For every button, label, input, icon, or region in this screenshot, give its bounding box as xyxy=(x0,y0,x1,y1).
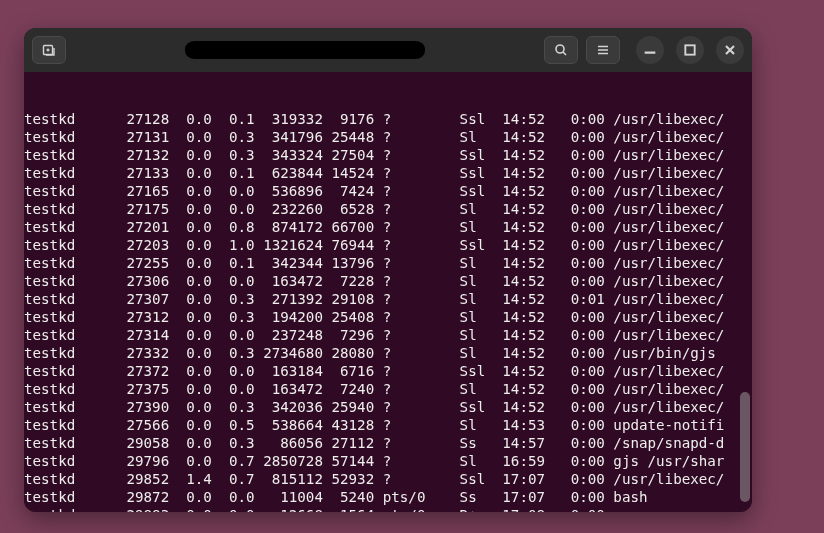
title-redacted xyxy=(185,41,425,59)
minimize-button[interactable] xyxy=(636,36,664,64)
scrollbar-track[interactable] xyxy=(740,72,750,512)
search-icon xyxy=(553,42,569,58)
new-tab-icon xyxy=(41,42,57,58)
maximize-icon xyxy=(682,42,698,58)
search-button[interactable] xyxy=(544,36,578,64)
hamburger-icon xyxy=(595,42,611,58)
close-button[interactable] xyxy=(716,36,744,64)
terminal-body[interactable]: testkd 27128 0.0 0.1 319332 9176 ? Ssl 1… xyxy=(24,72,752,512)
scrollbar-thumb[interactable] xyxy=(740,392,750,502)
terminal-window: testkd 27128 0.0 0.1 319332 9176 ? Ssl 1… xyxy=(24,28,752,512)
close-icon xyxy=(722,42,738,58)
svg-rect-2 xyxy=(685,45,694,54)
titlebar xyxy=(24,28,752,72)
new-tab-button[interactable] xyxy=(32,36,66,64)
minimize-icon xyxy=(642,42,658,58)
svg-point-1 xyxy=(556,45,564,53)
menu-button[interactable] xyxy=(586,36,620,64)
process-list: testkd 27128 0.0 0.1 319332 9176 ? Ssl 1… xyxy=(24,110,748,512)
window-controls xyxy=(636,36,744,64)
maximize-button[interactable] xyxy=(676,36,704,64)
